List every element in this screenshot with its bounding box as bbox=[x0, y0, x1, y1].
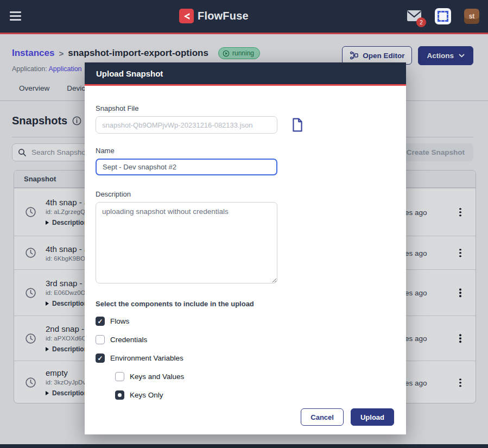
cancel-button[interactable]: Cancel bbox=[301, 408, 344, 426]
keys-only-label: Keys Only bbox=[130, 391, 163, 399]
environment-variables-label: Environment Variables bbox=[110, 354, 183, 362]
upload-button[interactable]: Upload bbox=[351, 408, 394, 426]
brand-logo: FlowFuse bbox=[179, 9, 249, 23]
dialog-header: Upload Snapshot bbox=[85, 62, 406, 86]
name-input[interactable] bbox=[96, 159, 277, 175]
notifications-mail-icon[interactable]: 2 bbox=[407, 10, 422, 23]
bottom-edge bbox=[0, 444, 488, 448]
credentials-label: Credentials bbox=[110, 336, 147, 344]
credentials-checkbox[interactable] bbox=[96, 335, 105, 344]
flows-checkbox[interactable] bbox=[96, 317, 105, 326]
snapshot-file-input bbox=[96, 116, 277, 134]
choose-file-icon[interactable] bbox=[291, 118, 303, 132]
components-label: Select the components to include in the … bbox=[96, 300, 395, 308]
description-textarea[interactable]: uploading snapshot without credentials bbox=[96, 202, 277, 283]
user-avatar[interactable]: st bbox=[464, 9, 479, 24]
dialog-title: Upload Snapshot bbox=[96, 69, 163, 78]
description-label: Description bbox=[96, 190, 395, 198]
team-avatar-icon[interactable] bbox=[435, 8, 451, 24]
snapshot-file-label: Snapshot File bbox=[96, 104, 395, 112]
brand-name: FlowFuse bbox=[198, 10, 249, 22]
hamburger-menu-icon[interactable] bbox=[10, 11, 21, 23]
flowfuse-logo-icon bbox=[179, 9, 194, 23]
keys-only-radio[interactable] bbox=[115, 390, 124, 400]
keys-and-values-checkbox[interactable] bbox=[115, 372, 124, 381]
top-navbar: FlowFuse 2 st bbox=[0, 0, 488, 33]
environment-variables-checkbox[interactable] bbox=[96, 354, 105, 363]
keys-and-values-label: Keys and Values bbox=[130, 373, 184, 381]
name-label: Name bbox=[96, 147, 395, 155]
flows-label: Flows bbox=[110, 317, 129, 325]
upload-snapshot-dialog: Upload Snapshot Snapshot File Name Descr… bbox=[85, 62, 406, 434]
notification-count-badge: 2 bbox=[416, 17, 426, 27]
